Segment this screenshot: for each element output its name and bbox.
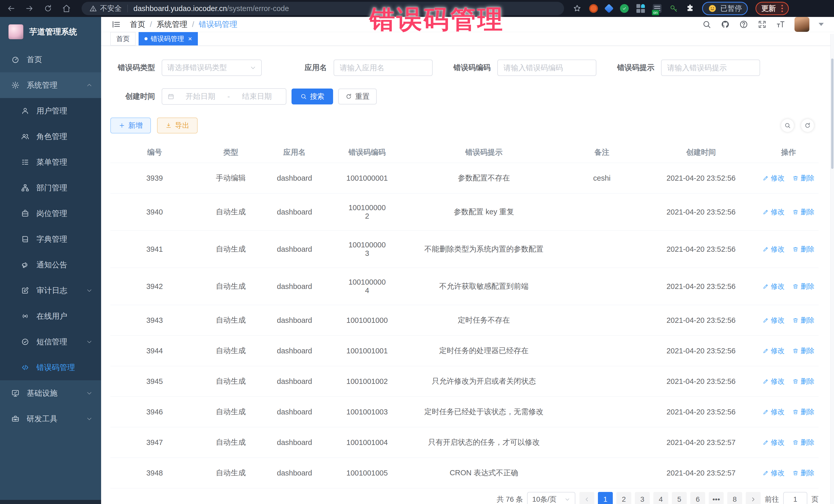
page-size-select[interactable]: 10条/页 bbox=[527, 492, 575, 504]
delete-link[interactable]: 删除 bbox=[792, 207, 814, 217]
breadcrumb-system[interactable]: 系统管理 bbox=[156, 19, 187, 30]
scrollbar-thumb[interactable] bbox=[831, 59, 833, 169]
extension-key-icon[interactable] bbox=[669, 4, 678, 13]
extension-orange-icon[interactable] bbox=[589, 4, 598, 13]
sidebar-item-system[interactable]: 系统管理 bbox=[0, 72, 101, 98]
error-code-input[interactable] bbox=[497, 60, 596, 76]
delete-link[interactable]: 删除 bbox=[792, 438, 814, 447]
sidebar-item-home[interactable]: 首页 bbox=[0, 47, 101, 72]
cell-msg: 不允许获取敏感配置到前端 bbox=[408, 268, 560, 305]
edit-link[interactable]: 修改 bbox=[763, 316, 785, 325]
fullscreen-icon[interactable] bbox=[758, 20, 767, 29]
delete-link[interactable]: 删除 bbox=[792, 346, 814, 355]
bookmark-star-icon[interactable] bbox=[573, 4, 581, 13]
extension-green-check-icon[interactable] bbox=[620, 4, 629, 13]
create-time-range-picker[interactable]: 开始日期 - 结束日期 bbox=[162, 88, 286, 105]
sidebar-item-audit-log[interactable]: 审计日志 bbox=[0, 278, 101, 303]
edit-link[interactable]: 修改 bbox=[763, 377, 785, 386]
delete-link[interactable]: 删除 bbox=[792, 407, 814, 416]
delete-link[interactable]: 删除 bbox=[792, 282, 814, 291]
browser-profile-chip[interactable]: 已暂停 bbox=[702, 2, 748, 15]
sidebar-item-infra[interactable]: 基础设施 bbox=[0, 380, 101, 406]
breadcrumb-separator: / bbox=[150, 20, 152, 29]
header-op: 操作 bbox=[758, 142, 819, 163]
extension-switch-icon[interactable]: on bbox=[653, 4, 662, 13]
filter-time-label: 创建时间 bbox=[110, 91, 162, 102]
browser-back-icon[interactable] bbox=[7, 4, 15, 13]
tab-close-icon[interactable]: × bbox=[188, 36, 192, 42]
page-button-3[interactable]: 3 bbox=[635, 492, 650, 504]
sidebar-item-sms[interactable]: 短信管理 bbox=[0, 329, 101, 355]
sidebar-item-posts[interactable]: 岗位管理 bbox=[0, 201, 101, 226]
edit-link[interactable]: 修改 bbox=[763, 245, 785, 254]
edit-link[interactable]: 修改 bbox=[763, 407, 785, 416]
page-button-1[interactable]: 1 bbox=[598, 492, 613, 504]
edit-link[interactable]: 修改 bbox=[763, 174, 785, 183]
extension-grid-icon[interactable] bbox=[636, 4, 645, 13]
breadcrumb-home[interactable]: 首页 bbox=[130, 19, 145, 30]
delete-link[interactable]: 删除 bbox=[792, 245, 814, 254]
export-button[interactable]: 导出 bbox=[157, 117, 198, 133]
page-button-2[interactable]: 2 bbox=[616, 492, 631, 504]
add-button[interactable]: 新增 bbox=[110, 117, 151, 133]
filter-msg-label: 错误码提示 bbox=[611, 63, 661, 73]
next-page-button[interactable] bbox=[746, 492, 761, 504]
tab-error-code[interactable]: 错误码管理 × bbox=[138, 32, 198, 45]
collapse-sidebar-icon[interactable] bbox=[111, 20, 121, 29]
browser-home-icon[interactable] bbox=[62, 4, 71, 13]
search-icon[interactable] bbox=[702, 20, 711, 29]
cell-msg: 不能删除类型为系统内置的参数配置 bbox=[408, 231, 560, 268]
error-type-select[interactable]: 请选择错误码类型 bbox=[162, 60, 262, 76]
page-button-6[interactable]: 6 bbox=[690, 492, 705, 504]
browser-update-button[interactable]: 更新 bbox=[755, 2, 789, 15]
chevron-left-icon bbox=[584, 497, 590, 502]
delete-link[interactable]: 删除 bbox=[792, 377, 814, 386]
page-button-4[interactable]: 4 bbox=[653, 492, 668, 504]
delete-link[interactable]: 删除 bbox=[792, 174, 814, 183]
edit-icon bbox=[763, 317, 769, 323]
sidebar-item-departments[interactable]: 部门管理 bbox=[0, 175, 101, 201]
page-more-button[interactable]: ••• bbox=[709, 492, 724, 504]
sidebar-item-users[interactable]: 用户管理 bbox=[0, 98, 101, 124]
cell-code: 1001001002 bbox=[326, 366, 408, 397]
browser-reload-icon[interactable] bbox=[44, 4, 52, 13]
user-menu-caret-icon[interactable] bbox=[819, 23, 824, 26]
font-size-icon[interactable] bbox=[776, 20, 785, 29]
browser-menu-icon[interactable] bbox=[782, 5, 783, 12]
browser-forward-icon[interactable] bbox=[25, 4, 34, 13]
sidebar-item-dev-tools[interactable]: 研发工具 bbox=[0, 406, 101, 432]
vertical-scrollbar[interactable] bbox=[830, 34, 834, 504]
user-avatar[interactable] bbox=[794, 17, 809, 32]
edit-link[interactable]: 修改 bbox=[763, 207, 785, 217]
cell-type: 手动编辑 bbox=[199, 163, 263, 194]
error-msg-input[interactable] bbox=[661, 60, 760, 76]
prev-page-button[interactable] bbox=[579, 492, 594, 504]
sidebar-item-notice[interactable]: 通知公告 bbox=[0, 252, 101, 278]
user-icon bbox=[21, 107, 29, 115]
refresh-table-button[interactable] bbox=[801, 119, 814, 132]
edit-link[interactable]: 修改 bbox=[763, 282, 785, 291]
delete-link[interactable]: 删除 bbox=[792, 316, 814, 325]
github-icon[interactable] bbox=[721, 20, 730, 29]
edit-link[interactable]: 修改 bbox=[763, 468, 785, 478]
goto-page-input[interactable] bbox=[783, 492, 807, 504]
extension-gem-icon[interactable] bbox=[604, 4, 614, 13]
sidebar-item-roles[interactable]: 角色管理 bbox=[0, 124, 101, 149]
sidebar-item-online-users[interactable]: 在线用户 bbox=[0, 303, 101, 329]
sidebar-item-dict[interactable]: 字典管理 bbox=[0, 226, 101, 252]
help-icon[interactable] bbox=[739, 20, 748, 29]
search-button[interactable]: 搜索 bbox=[291, 89, 333, 105]
show-search-toggle-button[interactable] bbox=[781, 119, 794, 132]
trash-icon bbox=[792, 378, 798, 385]
page-button-8[interactable]: 8 bbox=[727, 492, 742, 504]
sidebar-item-menus[interactable]: 菜单管理 bbox=[0, 149, 101, 175]
reset-button[interactable]: 重置 bbox=[338, 89, 377, 105]
page-button-5[interactable]: 5 bbox=[672, 492, 687, 504]
edit-link[interactable]: 修改 bbox=[763, 438, 785, 447]
tab-home[interactable]: 首页 bbox=[110, 32, 135, 45]
extensions-puzzle-icon[interactable] bbox=[686, 4, 695, 13]
delete-link[interactable]: 删除 bbox=[792, 468, 814, 478]
edit-link[interactable]: 修改 bbox=[763, 346, 785, 355]
sidebar-item-error-code[interactable]: 错误码管理 bbox=[0, 355, 101, 380]
app-name-input[interactable] bbox=[334, 60, 433, 76]
